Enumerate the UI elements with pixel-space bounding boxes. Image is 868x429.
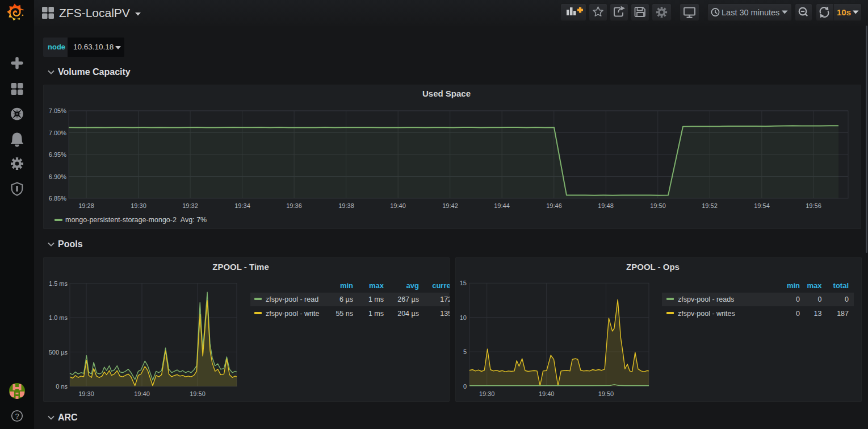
svg-text:19:40: 19:40 <box>390 202 406 209</box>
svg-text:7.05%: 7.05% <box>49 107 66 114</box>
svg-text:0 ns: 0 ns <box>56 383 68 390</box>
svg-text:19:46: 19:46 <box>546 202 562 209</box>
svg-text:19:30: 19:30 <box>131 202 146 209</box>
svg-text:1.5 ms: 1.5 ms <box>49 280 68 287</box>
svg-text:19:44: 19:44 <box>494 202 510 209</box>
svg-text:13: 13 <box>814 310 822 318</box>
svg-text:19:50: 19:50 <box>650 202 666 209</box>
svg-text:0: 0 <box>818 295 822 303</box>
svg-text:total: total <box>833 281 849 290</box>
svg-text:current: current <box>432 281 450 290</box>
svg-text:267 µs: 267 µs <box>397 295 419 303</box>
svg-text:6.90%: 6.90% <box>49 173 66 180</box>
svg-text:19:28: 19:28 <box>78 202 94 209</box>
svg-text:5: 5 <box>463 348 467 355</box>
svg-text:zfspv-pool - reads: zfspv-pool - reads <box>678 295 734 303</box>
svg-text:avg: avg <box>406 281 419 290</box>
svg-text:max: max <box>369 281 384 290</box>
svg-text:0: 0 <box>796 295 800 303</box>
svg-text:19:30: 19:30 <box>78 390 94 397</box>
svg-text:min: min <box>340 281 353 290</box>
svg-text:19:56: 19:56 <box>806 202 821 209</box>
svg-text:19:38: 19:38 <box>338 202 354 209</box>
svg-text:7.00%: 7.00% <box>49 130 66 136</box>
svg-text:0: 0 <box>796 310 800 318</box>
svg-text:172 µs: 172 µs <box>440 295 450 303</box>
svg-text:19:52: 19:52 <box>702 202 718 209</box>
svg-text:19:48: 19:48 <box>598 202 614 209</box>
svg-text:6.85%: 6.85% <box>49 195 66 202</box>
svg-text:6.95%: 6.95% <box>49 151 66 158</box>
svg-text:6 µs: 6 µs <box>339 295 353 303</box>
svg-text:19:32: 19:32 <box>182 202 198 209</box>
svg-text:0: 0 <box>463 383 467 390</box>
svg-text:zfspv-pool - write: zfspv-pool - write <box>266 310 320 318</box>
svg-text:max: max <box>807 281 822 290</box>
svg-text:55 ns: 55 ns <box>336 310 353 318</box>
svg-text:187: 187 <box>837 310 849 318</box>
svg-text:19:40: 19:40 <box>539 390 555 397</box>
svg-text:19:54: 19:54 <box>754 202 770 209</box>
svg-text:19:42: 19:42 <box>442 202 458 209</box>
svg-text:19:50: 19:50 <box>598 390 614 397</box>
svg-text:19:36: 19:36 <box>286 202 302 209</box>
svg-text:19:34: 19:34 <box>234 202 250 209</box>
svg-text:19:40: 19:40 <box>134 390 150 397</box>
svg-text:1 ms: 1 ms <box>368 295 384 303</box>
svg-text:?: ? <box>15 412 19 420</box>
svg-text:1.0 ms: 1.0 ms <box>49 314 68 321</box>
svg-text:19:30: 19:30 <box>479 390 495 397</box>
svg-text:15: 15 <box>460 280 467 286</box>
svg-text:19:50: 19:50 <box>190 390 206 397</box>
svg-text:mongo-persistent-storage-mongo: mongo-persistent-storage-mongo-2 Avg: 7% <box>65 216 207 224</box>
svg-text:0: 0 <box>845 295 849 303</box>
svg-text:zfspv-pool - writes: zfspv-pool - writes <box>678 310 735 318</box>
svg-text:500 µs: 500 µs <box>49 349 68 356</box>
svg-text:1 ms: 1 ms <box>368 310 384 318</box>
svg-text:zfspv-pool - read: zfspv-pool - read <box>266 295 318 303</box>
svg-text:min: min <box>787 281 800 290</box>
svg-text:204 µs: 204 µs <box>397 310 419 318</box>
svg-text:10: 10 <box>460 314 467 321</box>
svg-text:135 µs: 135 µs <box>440 310 450 318</box>
